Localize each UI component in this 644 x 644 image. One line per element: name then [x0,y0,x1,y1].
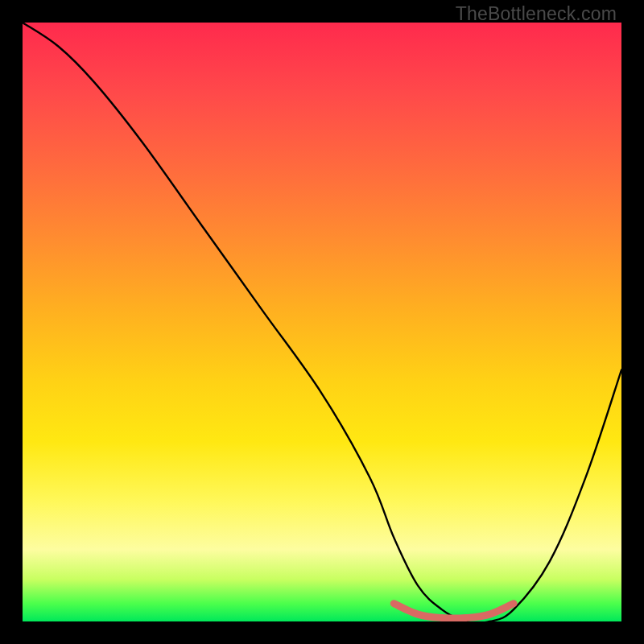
optimal-band-marker [394,604,514,618]
chart-svg [23,23,621,621]
chart-frame [23,23,621,621]
watermark-text: TheBottleneck.com [456,3,617,25]
bottleneck-curve [23,23,621,621]
